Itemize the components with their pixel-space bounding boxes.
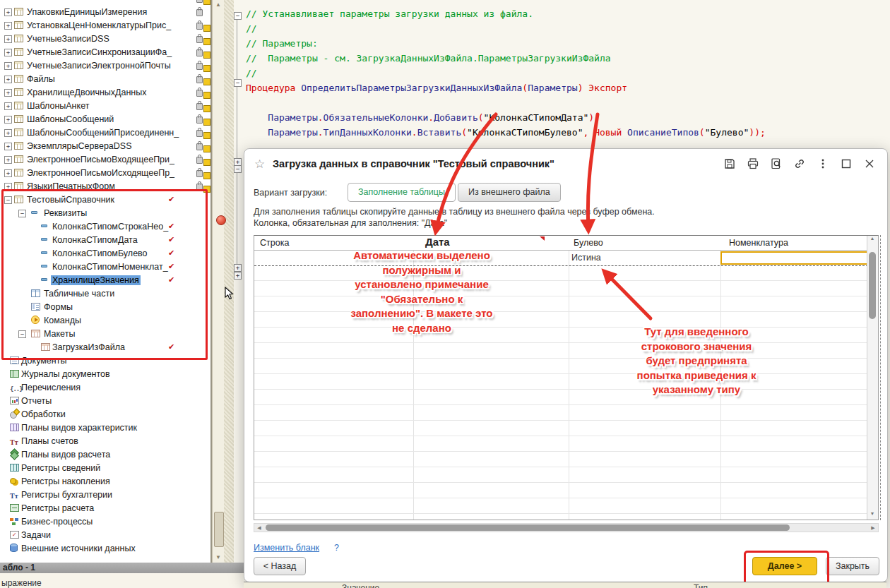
tree-item[interactable]: ЯзыкиПечатныхФорм xyxy=(0,179,210,193)
panel-splitter[interactable] xyxy=(224,0,234,563)
scroll-up-icon[interactable]: ▲ xyxy=(213,0,223,10)
save-icon[interactable] xyxy=(723,157,736,170)
expander-icon[interactable] xyxy=(4,116,12,124)
column-header-stroka[interactable]: Строка xyxy=(260,238,289,248)
expander-icon[interactable] xyxy=(4,22,12,30)
tree-item[interactable]: УчетныеЗаписиЭлектроннойПочты xyxy=(0,59,210,72)
next-button[interactable]: Далее > xyxy=(752,557,817,575)
tree-item[interactable]: УчетныеЗаписиСинхронизацииФа_ xyxy=(0,45,210,59)
tree-item[interactable]: Макеты xyxy=(0,327,210,340)
tree-item[interactable]: Обработки xyxy=(0,407,210,421)
grid-vertical-scrollbar[interactable]: ▲ ▼ xyxy=(867,236,878,520)
fold-expand-icon[interactable] xyxy=(234,264,242,272)
expander-icon[interactable] xyxy=(4,129,12,137)
expander-icon[interactable] xyxy=(4,49,12,56)
grid-horizontal-scrollbar[interactable]: ◀ ▶ xyxy=(254,523,879,532)
tree-item[interactable]: КолонкаСТипомДата xyxy=(0,233,210,246)
tree-item[interactable]: ЭлектронноеПисьмоИсходящееПр_ xyxy=(0,166,210,179)
tree-item[interactable]: Планы счетов xyxy=(0,434,210,448)
tree-item[interactable]: Перечисления xyxy=(0,380,210,394)
tree-item[interactable]: ЗагрузкаИзФайла xyxy=(0,340,210,354)
expander-icon[interactable] xyxy=(4,143,12,150)
scroll-right-icon[interactable]: ▶ xyxy=(869,524,877,532)
cell-bulevo-value[interactable]: Истина xyxy=(571,253,601,263)
focused-cell[interactable] xyxy=(720,251,876,265)
scrollbar-thumb[interactable] xyxy=(266,524,790,531)
link-icon[interactable] xyxy=(793,157,806,170)
edit-form-link[interactable]: Изменить бланк xyxy=(254,543,319,553)
tree-item[interactable]: КолонкаСТипомСтрокаНео_ xyxy=(0,220,210,233)
data-grid[interactable]: Строка Дата Булево Номенклатура Истина ▲… xyxy=(254,235,879,520)
favorite-star-icon[interactable]: ☆ xyxy=(254,157,265,172)
back-button[interactable]: < Назад xyxy=(254,557,306,575)
tree-item[interactable]: Документы xyxy=(0,354,210,367)
tree-item[interactable]: Файлы xyxy=(0,72,210,85)
preview-icon[interactable] xyxy=(770,157,783,170)
tree-item[interactable]: УпаковкиЕдиницыИзмерения xyxy=(0,5,210,18)
tree-item[interactable]: ЭлектронноеПисьмоВходящееПри_ xyxy=(0,152,210,166)
fold-collapse-icon[interactable] xyxy=(234,165,242,173)
expander-icon[interactable] xyxy=(4,183,12,191)
tablo-panel-header[interactable]: абло - 1 xyxy=(0,563,244,573)
help-link[interactable]: ? xyxy=(334,543,339,553)
expander-icon[interactable] xyxy=(4,35,12,43)
scrollbar-thumb[interactable] xyxy=(869,252,876,319)
tree-item[interactable]: ШаблоныСообщений xyxy=(0,112,210,126)
expander-icon[interactable] xyxy=(4,196,12,204)
tree-item[interactable]: ЭкземплярыСервераDSS xyxy=(0,139,210,152)
tree-item[interactable]: Табличные части xyxy=(0,287,210,300)
breakpoint-icon[interactable] xyxy=(216,215,226,225)
tree-item[interactable]: ТестовыйСправочник xyxy=(0,193,210,206)
expander-icon[interactable] xyxy=(4,102,12,110)
scroll-up-icon[interactable]: ▲ xyxy=(867,236,877,244)
tree-item[interactable]: КолонкаСТипомНоменклат_ xyxy=(0,260,210,273)
scroll-down-icon[interactable]: ▼ xyxy=(867,511,877,520)
tree-item[interactable]: КолонкаСТипомБулево xyxy=(0,246,210,260)
tree-item[interactable]: ХранилищеДвоичныхДанных xyxy=(0,85,210,99)
maximize-icon[interactable] xyxy=(840,157,853,170)
tree-scrollbar[interactable]: ▲ ▼ xyxy=(212,0,224,563)
tree-item[interactable]: Внешние источники данных xyxy=(0,541,210,555)
tab-external-file[interactable]: Из внешнего файла xyxy=(458,183,561,202)
tree-item[interactable]: Бизнес-процессы xyxy=(0,515,210,528)
fold-collapse-icon[interactable] xyxy=(234,79,242,87)
tab-fill-table[interactable]: Заполнение таблицы xyxy=(348,183,456,202)
tree-item[interactable]: Команды xyxy=(0,313,210,327)
close-button[interactable]: Закрыть xyxy=(826,557,879,575)
scrollbar-thumb[interactable] xyxy=(214,512,224,547)
tree-item[interactable]: Реквизиты xyxy=(0,206,210,220)
scroll-down-icon[interactable]: ▼ xyxy=(213,553,223,563)
more-menu-icon[interactable] xyxy=(817,157,829,170)
expander-icon[interactable] xyxy=(4,156,12,164)
expander-icon[interactable] xyxy=(4,169,12,177)
expander-icon[interactable] xyxy=(18,330,26,338)
tree-item[interactable]: Планы видов расчета xyxy=(0,448,210,461)
tree-item[interactable]: ХранилищеЗначения xyxy=(0,273,210,287)
expander-icon[interactable] xyxy=(4,89,12,97)
tree-item[interactable]: Регистры бухгалтерии xyxy=(0,488,210,501)
fold-collapse-icon[interactable] xyxy=(234,12,242,20)
print-icon[interactable] xyxy=(747,157,759,170)
tree-item[interactable]: Журналы документов xyxy=(0,367,210,380)
tree-item[interactable]: Регистры сведений xyxy=(0,461,210,474)
tree-item[interactable]: Регистры накопления xyxy=(0,474,210,488)
tree-item[interactable]: Регистры расчета xyxy=(0,501,210,515)
tree-item[interactable]: ШаблоныАнкет xyxy=(0,99,210,112)
tree-item[interactable]: Планы видов характеристик xyxy=(0,421,210,434)
tree-item[interactable]: УстановкаЦенНоменклатурыПрис_ xyxy=(0,18,210,32)
column-header-data[interactable]: Дата xyxy=(425,236,450,248)
column-header-bulevo[interactable]: Булево xyxy=(574,238,603,248)
close-icon[interactable] xyxy=(863,157,876,170)
expander-icon[interactable] xyxy=(18,210,26,217)
expander-icon[interactable] xyxy=(4,62,12,70)
tree-item[interactable]: Отчеты xyxy=(0,394,210,407)
expander-icon[interactable] xyxy=(4,76,12,83)
tree-item[interactable]: ШаблоныСообщенийПрисоединенн_ xyxy=(0,126,210,139)
tree-item[interactable] xyxy=(0,0,210,5)
column-header-nomenklatura[interactable]: Номенклатура xyxy=(729,238,788,248)
tree-item[interactable]: УчетныеЗаписиDSS xyxy=(0,32,210,45)
tree-item[interactable]: Задачи xyxy=(0,528,210,541)
expander-icon[interactable] xyxy=(4,8,12,16)
fold-expand-icon[interactable] xyxy=(234,272,242,280)
tree-item[interactable]: Формы xyxy=(0,300,210,313)
